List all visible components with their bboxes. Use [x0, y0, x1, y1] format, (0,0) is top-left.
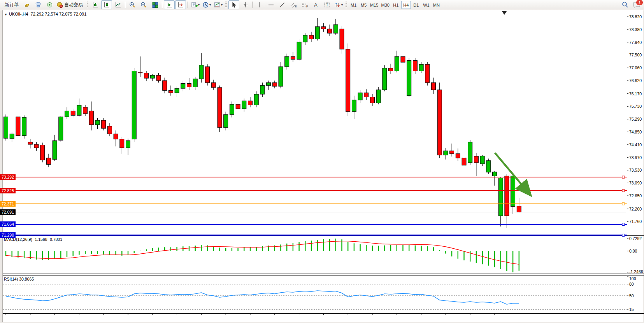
candle — [16, 117, 20, 135]
candle — [59, 117, 63, 140]
timeframe-m30-button[interactable]: M30 — [380, 1, 390, 9]
zoom-in-icon[interactable] — [127, 0, 138, 9]
line-handle[interactable] — [622, 223, 625, 225]
toolbar-grip[interactable] — [346, 2, 347, 8]
candle — [46, 158, 51, 164]
candle — [456, 154, 460, 158]
line-handle[interactable] — [622, 234, 625, 236]
chart-area[interactable] — [0, 0, 644, 323]
crosshair-icon[interactable] — [240, 0, 251, 9]
macd-indicator-label: MACD(12,26,9) -1.1568 -0.7801 — [4, 237, 62, 242]
timeframe-h4-button[interactable]: H4 — [401, 1, 411, 9]
candle — [53, 140, 57, 159]
chart-canvas[interactable] — [0, 0, 644, 323]
candle — [346, 49, 350, 111]
chevron-down-icon[interactable]: ▾ — [198, 3, 200, 7]
candle — [279, 67, 283, 86]
equidistant-channel-tool-icon[interactable]: E — [288, 0, 299, 9]
candle — [444, 151, 448, 155]
candle — [517, 206, 521, 212]
candle — [413, 61, 417, 71]
macd-signal-line — [6, 241, 519, 265]
candlestick-chart-icon[interactable] — [101, 0, 112, 9]
horizontal-line-tool-icon[interactable] — [265, 0, 276, 9]
arrows-tool-icon[interactable]: ▾ — [333, 0, 344, 9]
line-chart-icon[interactable] — [112, 0, 123, 9]
search-icon[interactable] — [621, 1, 629, 9]
new-order-button[interactable]: 新订单 — [2, 1, 21, 9]
candle — [352, 100, 356, 112]
signals-icon[interactable] — [44, 0, 55, 9]
candle — [34, 144, 39, 148]
candle — [407, 61, 411, 96]
candle — [150, 75, 154, 78]
auto-scroll-icon[interactable] — [175, 0, 186, 9]
candle — [462, 158, 466, 165]
candle — [321, 26, 326, 29]
timeframe-d1-button[interactable]: D1 — [411, 1, 421, 9]
notification-badge: 1 — [636, 0, 643, 5]
line-handle[interactable] — [4, 234, 6, 236]
timeframe-m1-button[interactable]: M1 — [349, 1, 358, 9]
chart-ohlc-values: 72.292 72.574 72.075 72.091 — [31, 12, 87, 16]
candle — [419, 64, 423, 71]
candle — [218, 88, 222, 128]
bar-chart-icon[interactable] — [90, 0, 101, 9]
line-handle[interactable] — [622, 176, 625, 178]
candle — [89, 111, 93, 125]
timeframe-m15-button[interactable]: M15 — [369, 1, 379, 9]
candle — [114, 134, 118, 139]
cursor-icon[interactable] — [228, 0, 239, 9]
candle — [401, 56, 405, 62]
zoom-out-icon[interactable] — [138, 0, 149, 9]
timeframe-mn-button[interactable]: MN — [432, 1, 441, 9]
template-button[interactable]: ▾ — [212, 0, 224, 9]
text-label-tool-icon[interactable]: T — [322, 0, 333, 9]
text-tool-icon[interactable]: A — [311, 0, 321, 9]
candle — [297, 42, 301, 60]
chart-shift-icon[interactable] — [164, 0, 175, 9]
timeframe-w1-button[interactable]: W1 — [421, 1, 431, 9]
toolbar-grip[interactable] — [87, 2, 88, 8]
candle — [102, 120, 106, 128]
candle — [272, 83, 277, 86]
chat-icon[interactable]: 1 — [633, 2, 641, 9]
candle — [168, 90, 173, 93]
auto-trading-button[interactable]: 自动交易 — [55, 1, 85, 9]
trade-book-icon[interactable] — [21, 0, 32, 9]
market-watch-icon[interactable] — [33, 0, 44, 9]
chevron-down-icon[interactable]: ▾ — [221, 3, 223, 7]
candle — [254, 94, 258, 105]
candle — [230, 104, 234, 114]
add-indicator-button[interactable]: ▾ — [190, 0, 201, 9]
candle — [333, 25, 338, 33]
line-handle[interactable] — [622, 190, 625, 192]
chart-title: ▼UKOil-,H4 72.292 72.574 72.075 72.091 — [4, 12, 86, 16]
chart-collapse-icon[interactable]: ▼ — [4, 13, 7, 16]
fibonacci-tool-icon[interactable]: F — [299, 0, 310, 9]
timeframe-h1-button[interactable]: H1 — [391, 1, 401, 9]
period-clock-button[interactable]: ▾ — [201, 0, 212, 9]
trading-app-window: 78.82078.38077.94077.50077.06076.62076.1… — [0, 0, 644, 323]
timeframe-m5-button[interactable]: M5 — [359, 1, 369, 9]
trend-arrow-object[interactable] — [495, 153, 528, 193]
candle — [83, 107, 88, 114]
trendline-tool-icon[interactable] — [277, 0, 288, 9]
toolbar-grip[interactable] — [225, 2, 227, 8]
candle — [303, 35, 307, 42]
chevron-down-icon[interactable]: ▾ — [209, 3, 211, 7]
candle — [450, 151, 454, 153]
line-handle[interactable] — [622, 203, 625, 205]
candle — [40, 145, 45, 160]
tile-windows-icon[interactable] — [149, 0, 160, 9]
chevron-down-icon[interactable]: ▾ — [341, 3, 343, 7]
candle — [376, 90, 381, 103]
candle — [328, 29, 332, 33]
candle — [242, 101, 246, 109]
candle — [493, 172, 497, 176]
vertical-line-tool-icon[interactable] — [254, 0, 265, 9]
line-handle[interactable] — [4, 223, 6, 225]
candle — [107, 126, 112, 134]
candle — [4, 117, 8, 138]
candle — [340, 29, 344, 49]
